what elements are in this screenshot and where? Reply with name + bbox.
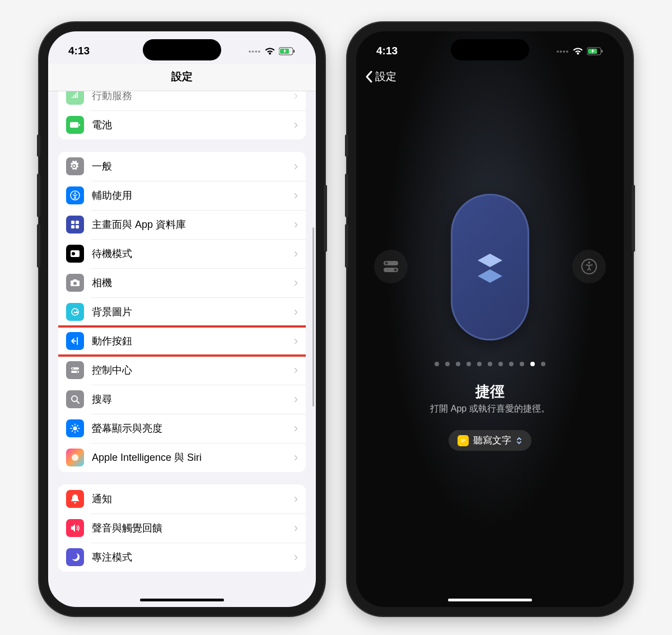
row-label: 電池	[92, 118, 286, 132]
row-focus[interactable]: 專注模式 ›	[58, 543, 306, 572]
action-button-icon	[66, 332, 84, 350]
svg-point-28	[394, 269, 397, 272]
cellular-signal-icon: ••••	[249, 47, 261, 55]
row-notifications[interactable]: 通知 ›	[58, 484, 306, 513]
row-general[interactable]: 一般 ›	[58, 152, 306, 181]
shortcut-selector[interactable]: 聽寫文字	[449, 430, 531, 451]
power-button	[324, 185, 327, 252]
pager-dot[interactable]	[541, 362, 545, 366]
phone-right: 4:13 •••• 設定 捷徑 打開 App 或執行喜愛的捷徑。	[347, 22, 633, 616]
row-cellular[interactable]: 行動服務 ›	[58, 91, 306, 110]
chevron-right-icon: ›	[294, 334, 298, 348]
wallpaper-icon	[66, 303, 84, 321]
scrollbar[interactable]	[312, 227, 314, 407]
row-display[interactable]: 螢幕顯示與亮度 ›	[58, 414, 306, 443]
home-indicator[interactable]	[140, 599, 224, 601]
chevron-left-icon	[365, 71, 373, 83]
svg-point-30	[588, 262, 590, 264]
svg-point-21	[72, 454, 78, 461]
control-center-icon	[66, 361, 84, 379]
row-standby[interactable]: 待機模式 ›	[58, 239, 306, 268]
focus-icon	[66, 548, 84, 566]
chevron-right-icon: ›	[294, 246, 298, 261]
svg-rect-24	[601, 50, 603, 53]
row-label: 搜尋	[92, 393, 286, 406]
row-label: Apple Intelligence 與 Siri	[92, 451, 286, 464]
status-time: 4:13	[68, 45, 90, 57]
row-label: 主畫面與 App 資料庫	[92, 218, 286, 231]
battery-charging-icon	[279, 47, 296, 55]
row-sounds[interactable]: 聲音與觸覺回饋 ›	[58, 513, 306, 543]
search-icon	[66, 390, 84, 408]
chevron-right-icon: ›	[294, 188, 298, 203]
cellular-signal-icon: ••••	[557, 47, 569, 55]
svg-point-16	[72, 368, 73, 369]
row-control-center[interactable]: 控制中心 ›	[58, 356, 306, 385]
pager-dot[interactable]	[477, 362, 482, 366]
pager-dot[interactable]	[435, 362, 439, 366]
chevron-right-icon: ›	[294, 550, 298, 564]
row-search[interactable]: 搜尋 ›	[58, 385, 306, 414]
status-right: ••••	[249, 47, 296, 55]
row-label: 通知	[92, 492, 286, 506]
settings-group-connectivity: 行動服務 › 電池 ›	[58, 91, 306, 139]
page-title: 設定	[48, 64, 316, 91]
pager-dot[interactable]	[456, 362, 460, 366]
row-action-button[interactable]: 動作按鈕 ›	[58, 326, 306, 356]
row-label: 相機	[92, 276, 286, 290]
pager-dot[interactable]	[520, 362, 524, 366]
back-button[interactable]: 設定	[356, 64, 624, 90]
svg-rect-4	[79, 124, 80, 126]
chevron-right-icon: ›	[294, 276, 298, 290]
row-label: 一般	[92, 160, 286, 173]
settings-group-general: 一般 › 輔助使用 › 主畫面與 App 資料庫 ›	[58, 152, 306, 472]
chevron-right-icon: ›	[294, 421, 298, 436]
page-control[interactable]	[435, 362, 545, 366]
shortcut-label: 聽寫文字	[473, 434, 511, 447]
pager-dot[interactable]	[509, 362, 514, 366]
pager-dot[interactable]	[445, 362, 450, 366]
home-indicator[interactable]	[448, 599, 532, 601]
pager-dot[interactable]	[488, 362, 492, 366]
chevron-right-icon: ›	[294, 492, 298, 506]
action-title: 捷徑	[356, 382, 624, 401]
row-label: 專注模式	[92, 550, 286, 564]
camera-icon	[66, 274, 84, 292]
row-accessibility[interactable]: 輔助使用 ›	[58, 181, 306, 210]
volume-button	[37, 134, 40, 157]
pager-dot[interactable]	[498, 362, 503, 366]
row-label: 螢幕顯示與亮度	[92, 422, 286, 435]
row-wallpaper[interactable]: 背景圖片 ›	[58, 297, 306, 326]
battery-icon	[66, 116, 84, 134]
svg-rect-7	[71, 221, 74, 224]
svg-rect-10	[76, 225, 79, 228]
cellular-icon	[66, 91, 84, 105]
row-label: 動作按鈕	[92, 334, 286, 348]
row-siri[interactable]: Apple Intelligence 與 Siri ›	[58, 443, 306, 472]
dynamic-island	[143, 39, 221, 60]
svg-rect-9	[71, 225, 74, 228]
chevron-right-icon: ›	[294, 91, 298, 103]
status-time: 4:13	[376, 45, 398, 57]
pager-dot[interactable]	[530, 362, 535, 366]
prev-action-icon[interactable]	[374, 250, 408, 283]
action-button-preview	[451, 194, 529, 340]
pager-dot[interactable]	[466, 362, 471, 366]
settings-list[interactable]: 行動服務 › 電池 › 一般 ›	[48, 91, 316, 584]
shortcuts-icon	[472, 249, 508, 285]
row-label: 行動服務	[92, 91, 286, 102]
chevron-right-icon: ›	[294, 450, 298, 465]
power-button	[632, 185, 635, 252]
dynamic-island	[451, 39, 529, 60]
row-camera[interactable]: 相機 ›	[58, 268, 306, 297]
svg-rect-3	[70, 122, 78, 128]
row-battery[interactable]: 電池 ›	[58, 110, 306, 139]
next-action-icon[interactable]	[572, 250, 606, 283]
status-right: ••••	[557, 47, 604, 55]
row-homescreen[interactable]: 主畫面與 App 資料庫 ›	[58, 210, 306, 239]
chevron-right-icon: ›	[294, 305, 298, 319]
chevron-right-icon: ›	[294, 159, 298, 174]
svg-point-13	[73, 282, 77, 285]
chevron-right-icon: ›	[294, 392, 298, 407]
chevron-right-icon: ›	[294, 217, 298, 232]
